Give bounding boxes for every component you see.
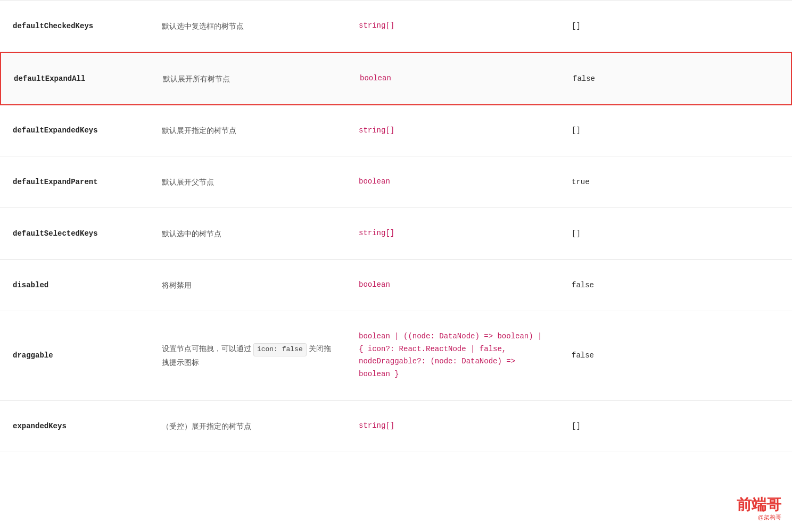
prop-default: false: [559, 343, 665, 368]
prop-default: false: [560, 66, 666, 92]
prop-desc: 默认展开父节点: [149, 168, 346, 196]
prop-default: false: [559, 272, 665, 298]
table-row: defaultSelectedKeys 默认选中的树节点 string[] []: [0, 208, 792, 260]
table-row: defaultExpandedKeys 默认展开指定的树节点 string[] …: [0, 105, 792, 157]
api-table: defaultCheckedKeys 默认选中复选框的树节点 string[] …: [0, 0, 792, 532]
prop-default: []: [559, 13, 665, 39]
desc-prefix: 设置节点可拖拽，可以通过: [162, 344, 251, 353]
table-row: expandedKeys （受控）展开指定的树节点 string[] []: [0, 401, 792, 452]
prop-desc: （受控）展开指定的树节点: [149, 412, 346, 440]
prop-default: []: [559, 413, 665, 439]
prop-desc: 设置节点可拖拽，可以通过 icon: false 关闭拖拽提示图标: [149, 334, 346, 377]
prop-type: boolean | ((node: DataNode) => boolean) …: [346, 322, 559, 389]
prop-name: defaultExpandAll: [1, 66, 150, 92]
prop-type: boolean: [346, 167, 559, 197]
prop-name: expandedKeys: [0, 413, 149, 439]
prop-name: defaultCheckedKeys: [0, 13, 149, 39]
prop-default: []: [559, 118, 665, 143]
prop-name: disabled: [0, 272, 149, 298]
table-row: defaultExpandParent 默认展开父节点 boolean true: [0, 156, 792, 208]
prop-type: boolean: [346, 270, 559, 300]
prop-desc: 默认展开指定的树节点: [149, 116, 346, 145]
prop-type: string[]: [346, 116, 559, 146]
prop-desc: 默认展开所有树节点: [150, 64, 347, 93]
prop-desc: 将树禁用: [149, 271, 346, 300]
prop-type: string[]: [346, 219, 559, 248]
watermark: 前端哥 @架构哥: [737, 497, 781, 521]
prop-type: string[]: [346, 411, 559, 441]
table-row: disabled 将树禁用 boolean false: [0, 260, 792, 311]
table-row-highlighted: defaultExpandAll 默认展开所有树节点 boolean false: [0, 52, 792, 105]
prop-name: defaultSelectedKeys: [0, 221, 149, 246]
table-row: draggable 设置节点可拖拽，可以通过 icon: false 关闭拖拽提…: [0, 311, 792, 401]
prop-name: defaultExpandParent: [0, 169, 149, 195]
prop-desc: 默认选中复选框的树节点: [149, 12, 346, 40]
desc-code: icon: false: [253, 343, 307, 356]
prop-desc: 默认选中的树节点: [149, 219, 346, 248]
prop-name: draggable: [0, 343, 149, 368]
prop-name: defaultExpandedKeys: [0, 118, 149, 143]
prop-default: []: [559, 221, 665, 246]
prop-type: boolean: [347, 64, 560, 94]
watermark-line1: 前端哥: [737, 497, 781, 513]
prop-type: string[]: [346, 11, 559, 41]
table-row: defaultCheckedKeys 默认选中复选框的树节点 string[] …: [0, 0, 792, 52]
prop-default: true: [559, 169, 665, 195]
watermark-line2: @架构哥: [758, 513, 781, 521]
